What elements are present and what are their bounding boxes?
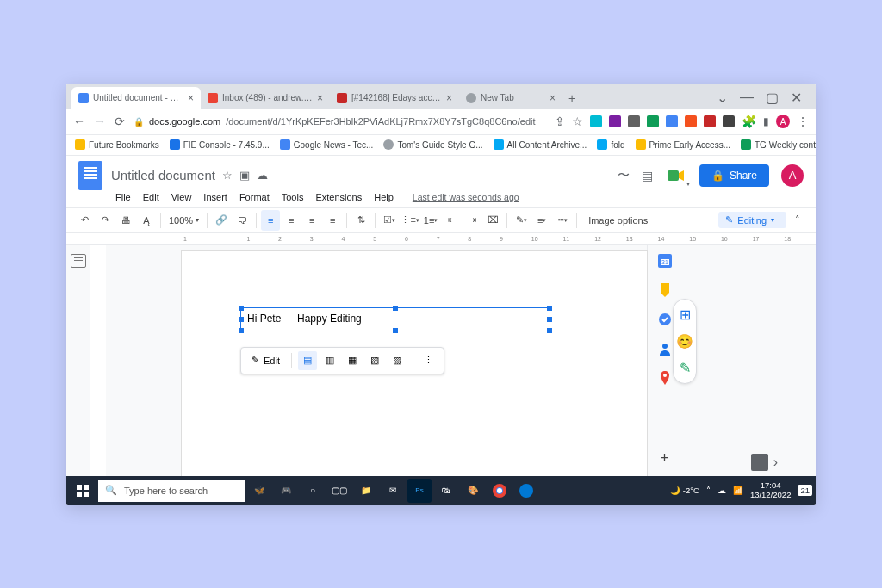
start-button[interactable] xyxy=(70,485,96,497)
cortana-icon[interactable]: ○ xyxy=(301,479,325,503)
indent-decrease-icon[interactable]: ⇤ xyxy=(442,210,461,231)
border-color-icon[interactable]: ✎▾ xyxy=(512,210,531,231)
bookmark-item[interactable]: Tom's Guide Style G... xyxy=(383,139,482,150)
clock-widget[interactable]: 17:04 13/12/2022 xyxy=(750,481,792,499)
bookmarks-icon[interactable]: ▮ xyxy=(763,115,769,127)
break-text-icon[interactable]: ▦ xyxy=(343,351,362,370)
wrap-text-icon[interactable]: ▥ xyxy=(320,351,339,370)
align-left-icon[interactable]: ≡ xyxy=(261,210,280,231)
print-icon[interactable]: 🖶 xyxy=(116,210,135,231)
front-text-icon[interactable]: ▨ xyxy=(388,351,407,370)
align-justify-icon[interactable]: ≡ xyxy=(323,210,342,231)
bookmark-item[interactable]: FIE Console - 7.45.9... xyxy=(170,139,270,150)
link-icon[interactable]: 🔗 xyxy=(212,210,231,231)
cloud-sync-icon[interactable]: ☁ xyxy=(717,486,726,495)
collapse-toolbar-icon[interactable]: ˄ xyxy=(788,210,807,231)
document-title[interactable]: Untitled document xyxy=(111,168,215,183)
tab-docs[interactable]: Untitled document - Google Doc × xyxy=(71,87,201,109)
edge-icon[interactable] xyxy=(514,479,538,503)
border-dash-icon[interactable]: ┅▾ xyxy=(553,210,572,231)
ext-icon[interactable] xyxy=(685,115,697,127)
undo-icon[interactable]: ↶ xyxy=(75,210,94,231)
notifications-icon[interactable]: 21 xyxy=(798,485,812,496)
ext-icon[interactable] xyxy=(666,115,678,127)
border-weight-icon[interactable]: ≡▾ xyxy=(532,210,551,231)
comments-icon[interactable]: ▤ xyxy=(642,169,653,183)
edit-textbox-button[interactable]: ✎Edit xyxy=(246,355,285,366)
share-url-icon[interactable]: ⇪ xyxy=(555,115,565,128)
contacts-icon[interactable] xyxy=(658,342,672,356)
share-button[interactable]: 🔒Share xyxy=(699,164,769,187)
ext-icon[interactable] xyxy=(590,115,602,127)
taskbar-search[interactable]: 🔍Type here to search xyxy=(98,480,245,502)
expand-sidepanel-icon[interactable]: › xyxy=(773,455,778,470)
taskbar-app-icon[interactable]: 🎨 xyxy=(461,479,485,503)
keep-icon[interactable] xyxy=(658,283,672,297)
comment-icon[interactable]: 🗨 xyxy=(233,210,252,231)
editing-mode-button[interactable]: ✎Editing▾ xyxy=(718,212,786,228)
textbox-content[interactable]: Hi Pete — Happy Editing xyxy=(241,308,550,329)
photoshop-icon[interactable]: Ps xyxy=(407,479,432,503)
image-options-button[interactable]: Image options xyxy=(581,215,655,226)
tab-newtab[interactable]: New Tab × xyxy=(459,87,562,109)
wifi-icon[interactable]: 📶 xyxy=(733,486,743,495)
close-tab-icon[interactable]: × xyxy=(317,92,323,104)
tray-arrow-icon[interactable]: ˄ xyxy=(706,486,711,495)
history-icon[interactable]: 〜 xyxy=(618,168,630,183)
add-addon-icon[interactable]: + xyxy=(660,449,669,467)
line-spacing-icon[interactable]: ⇅ xyxy=(351,210,370,231)
numbered-list-icon[interactable]: 1≡▾ xyxy=(421,210,440,231)
tasks-icon[interactable] xyxy=(658,313,672,326)
profile-avatar[interactable]: A xyxy=(776,115,790,128)
mail-icon[interactable]: ✉ xyxy=(381,479,405,503)
ext-icon[interactable] xyxy=(704,115,716,127)
tab-overflow-icon[interactable]: ⌄ xyxy=(717,90,728,106)
wrap-inline-icon[interactable]: ▤ xyxy=(298,351,317,370)
close-tab-icon[interactable]: × xyxy=(188,92,194,104)
back-icon[interactable]: ← xyxy=(73,115,85,128)
emoji-react-icon[interactable]: 😊 xyxy=(676,333,693,350)
kebab-icon[interactable]: ⋮ xyxy=(797,115,809,128)
bullet-list-icon[interactable]: ⋮≡▾ xyxy=(401,210,419,231)
user-avatar[interactable]: A xyxy=(781,164,804,187)
minimize-icon[interactable]: — xyxy=(740,90,754,106)
extensions-icon[interactable]: 🧩 xyxy=(742,115,756,128)
menu-help[interactable]: Help xyxy=(370,190,398,204)
redo-icon[interactable]: ↷ xyxy=(96,210,115,231)
more-options-icon[interactable]: ⋮ xyxy=(419,351,438,370)
menu-format[interactable]: Format xyxy=(235,190,274,204)
close-tab-icon[interactable]: × xyxy=(550,92,556,104)
close-tab-icon[interactable]: × xyxy=(446,92,452,104)
suggest-edit-icon[interactable]: ✎ xyxy=(680,360,691,376)
chrome-icon[interactable] xyxy=(488,479,512,503)
taskview-icon[interactable]: ▢▢ xyxy=(327,479,351,503)
bookmark-item[interactable]: Future Bookmarks xyxy=(75,139,159,150)
zoom-dropdown[interactable]: 100%▾ xyxy=(165,215,202,226)
clear-format-icon[interactable]: ⌧ xyxy=(483,210,502,231)
new-tab-button[interactable]: + xyxy=(562,87,581,109)
star-icon[interactable]: ☆ xyxy=(572,115,583,128)
move-doc-icon[interactable]: ▣ xyxy=(239,169,250,182)
bookmark-item[interactable]: TG Weekly content... xyxy=(741,139,816,150)
ext-icon[interactable] xyxy=(609,115,621,127)
bookmark-item[interactable]: Google News - Tec... xyxy=(280,139,374,150)
outline-icon[interactable] xyxy=(71,254,86,268)
document-page[interactable]: Hi Pete — Happy Editing ✎Edit ▤ ▥ ▦ ▧ ▨ … xyxy=(182,251,647,476)
menu-tools[interactable]: Tools xyxy=(277,190,308,204)
bookmark-item[interactable]: Prime Early Access... xyxy=(636,139,730,150)
close-window-icon[interactable]: ✕ xyxy=(791,90,802,106)
ext-icon[interactable] xyxy=(723,115,735,127)
ext-icon[interactable] xyxy=(647,115,659,127)
align-right-icon[interactable]: ≡ xyxy=(302,210,321,231)
cloud-status-icon[interactable]: ☁ xyxy=(257,169,268,182)
menu-file[interactable]: File xyxy=(111,190,135,204)
maximize-icon[interactable]: ▢ xyxy=(766,90,779,106)
taskbar-app-icon[interactable]: 🦋 xyxy=(247,479,271,503)
calendar-icon[interactable]: 31 xyxy=(658,254,672,268)
checklist-icon[interactable]: ☑▾ xyxy=(380,210,399,231)
menu-extensions[interactable]: Extensions xyxy=(311,190,366,204)
url-display[interactable]: 🔒 docs.google.com/document/d/1YrKpKEFer3… xyxy=(134,116,546,127)
indent-increase-icon[interactable]: ⇥ xyxy=(463,210,481,231)
add-comment-icon[interactable]: ⊞ xyxy=(680,306,691,323)
reload-icon[interactable]: ⟳ xyxy=(115,115,125,128)
